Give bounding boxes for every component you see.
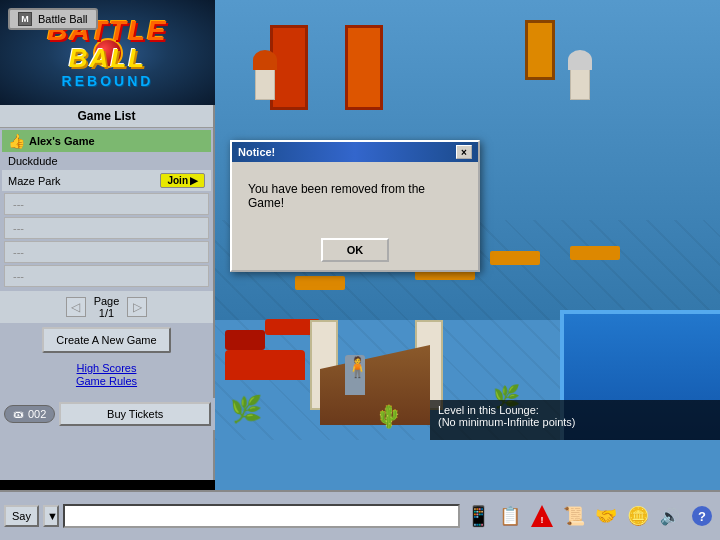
logo-ball-text: BALL (47, 45, 167, 71)
join-label: Join (167, 175, 188, 186)
alert-triangle-icon: ! (531, 505, 553, 527)
clipboard-icon: 📋 (499, 505, 521, 527)
ok-button[interactable]: OK (321, 238, 390, 262)
title-bar: M Battle Ball (8, 8, 98, 30)
bottom-toolbar: Say ▼ 📱 📋 ! 📜 🤝 🪙 🔊 ? (0, 490, 720, 540)
join-button[interactable]: Join ▶ (160, 173, 205, 188)
scroll-icon: 📜 (563, 505, 585, 527)
character: 🧍 (345, 355, 365, 395)
prev-page-button[interactable]: ◁ (66, 297, 86, 317)
hand-icon: 🤝 (595, 505, 617, 527)
join-arrow-icon: ▶ (190, 175, 198, 186)
vase-top-right (568, 50, 592, 70)
game-item-left: Maze Park (8, 175, 61, 187)
game-name-duckdude: Duckdude (8, 155, 58, 167)
bench-3 (490, 251, 540, 265)
game-rules-link[interactable]: Game Rules (4, 375, 209, 387)
painting-frame (525, 20, 555, 80)
game-list-header: Game List (0, 105, 213, 128)
notice-dialog: Notice! × You have been removed from the… (230, 140, 480, 272)
ticket-count: 🎟 002 (4, 405, 55, 423)
game-name-alexs: Alex's Game (29, 135, 95, 147)
notice-message: You have been removed from the Game! (248, 182, 425, 210)
panel-links: High Scores Game Rules (0, 357, 213, 392)
game-separator-3: --- (4, 241, 209, 263)
say-button[interactable]: Say (4, 505, 39, 527)
plant-left: 🌿 (230, 394, 262, 425)
phone-icon: 📱 (466, 504, 491, 528)
game-separator-4: --- (4, 265, 209, 287)
notice-close-button[interactable]: × (456, 145, 472, 159)
chat-input[interactable] (63, 504, 460, 528)
window-2 (345, 25, 383, 110)
speaker-icon: 🔊 (660, 507, 680, 526)
game-separator-1: --- (4, 193, 209, 215)
coin-icon: 🪙 (627, 505, 649, 527)
ticket-icon: 🎟 (13, 408, 24, 420)
level-info-line2: (No minimum-Infinite points) (438, 416, 712, 428)
level-info-line1: Level in this Lounge: (438, 404, 712, 416)
coin-icon-btn[interactable]: 🪙 (624, 502, 652, 530)
notice-footer: OK (232, 230, 478, 270)
notice-title-text: Notice! (238, 146, 275, 158)
vase-top-left (253, 50, 277, 70)
alert-icon-btn[interactable]: ! (528, 502, 556, 530)
notice-body: You have been removed from the Game! (232, 162, 478, 230)
game-item-alexs-game[interactable]: 👍 Alex's Game (2, 130, 211, 152)
game-list: 👍 Alex's Game Duckdude Maze Park Join ▶ … (0, 128, 213, 291)
scroll-icon-btn[interactable]: 📜 (560, 502, 588, 530)
sofa-left-bottom (225, 350, 305, 380)
bench-1 (295, 276, 345, 290)
level-info: Level in this Lounge: (No minimum-Infini… (430, 400, 720, 440)
thumb-up-icon: 👍 (8, 133, 25, 149)
logo-rebound-text: REBOUND (47, 73, 167, 89)
question-icon-btn[interactable]: ? (688, 502, 716, 530)
clipboard-icon-btn[interactable]: 📋 (496, 502, 524, 530)
phone-icon-btn[interactable]: 📱 (464, 502, 492, 530)
game-item-maze-park[interactable]: Maze Park Join ▶ (2, 170, 211, 191)
question-icon: ? (692, 506, 712, 526)
pagination: ◁ Page 1/1 ▷ (0, 291, 213, 323)
ticket-number: 002 (28, 408, 46, 420)
create-game-button[interactable]: Create A New Game (42, 327, 170, 353)
title-bar-text: Battle Ball (38, 13, 88, 25)
say-dropdown-button[interactable]: ▼ (43, 505, 59, 527)
ticket-area: 🎟 002 Buy Tickets (0, 398, 215, 430)
page-current: 1/1 (94, 307, 120, 319)
left-panel: BATTLE BALL REBOUND Game List 👍 Alex's G… (0, 0, 215, 480)
plant-mid: 🌵 (375, 404, 402, 430)
game-name-maze-park: Maze Park (8, 175, 61, 187)
buy-tickets-button[interactable]: Buy Tickets (59, 402, 211, 426)
title-bar-icon: M (18, 12, 32, 26)
high-scores-link[interactable]: High Scores (4, 362, 209, 374)
speaker-icon-btn[interactable]: 🔊 (656, 502, 684, 530)
next-page-button[interactable]: ▷ (127, 297, 147, 317)
bench-4 (570, 246, 620, 260)
sofa-left-2 (225, 330, 265, 350)
hand-icon-btn[interactable]: 🤝 (592, 502, 620, 530)
page-info: Page 1/1 (94, 295, 120, 319)
page-label: Page (94, 295, 120, 307)
game-separator-2: --- (4, 217, 209, 239)
notice-title-bar: Notice! × (232, 142, 478, 162)
game-item-duckdude[interactable]: Duckdude (2, 152, 211, 170)
